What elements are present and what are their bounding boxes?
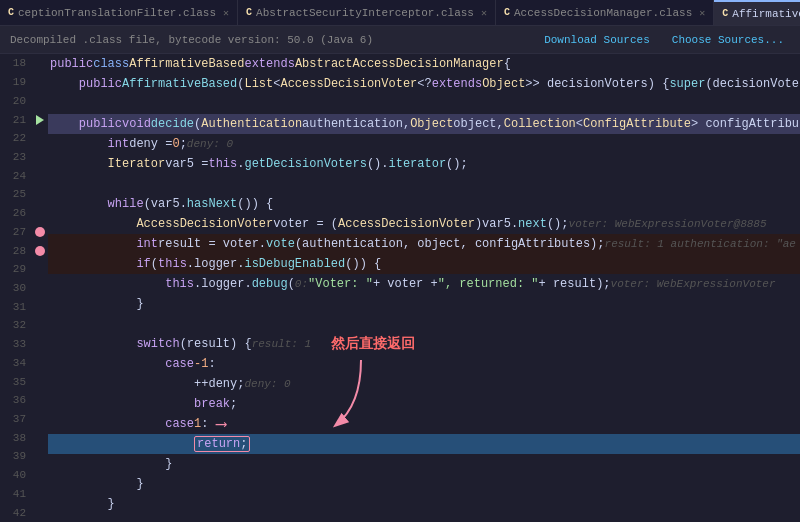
code-token: >> decisionVoters) { (525, 77, 669, 91)
line-num-33: 33 (0, 338, 32, 350)
code-token: AccessDecisionVoter (338, 217, 475, 231)
code-token: Authentication (201, 117, 302, 131)
line-num-31: 31 (0, 301, 32, 313)
code-token: ++deny; (194, 377, 244, 391)
code-token: this (158, 257, 187, 271)
gutter-row-27: 27 (0, 222, 48, 241)
code-token: Collection (504, 117, 576, 131)
line-num-27: 27 (0, 226, 32, 238)
info-bar-actions: Download Sources Choose Sources... (538, 32, 790, 48)
code-token: getDecisionVoters (244, 157, 366, 171)
code-token: var5 = (165, 157, 208, 171)
gutter-row-39: 39 (0, 447, 48, 466)
tab-close-3[interactable]: ✕ (699, 7, 705, 19)
line-num-25: 25 (0, 188, 32, 200)
code-token: (). (367, 157, 389, 171)
gutter-row-42: 42 (0, 503, 48, 522)
line-num-41: 41 (0, 488, 32, 500)
code-token: AbstractAccessDecisionManager (295, 57, 504, 71)
gutter-row-41: 41 (0, 485, 48, 504)
code-line-19: public AffirmativeBased(List<AccessDecis… (48, 74, 800, 94)
breakpoint-icon-27 (35, 227, 45, 237)
code-token: AccessDecisionVoter (280, 77, 417, 91)
code-token: case (165, 357, 194, 371)
gutter-row-25: 25 (0, 185, 48, 204)
code-token: object, (453, 117, 503, 131)
code-line-18: public class AffirmativeBased extends Ab… (48, 54, 800, 74)
code-scroll-area[interactable]: public class AffirmativeBased extends Ab… (48, 54, 800, 522)
red-right-arrow: ⟶ (216, 414, 226, 434)
code-token (50, 437, 194, 451)
code-token: deny: 0 (187, 138, 233, 150)
code-token: isDebugEnabled (244, 257, 345, 271)
code-line-36: case 1: ⟶ (48, 414, 800, 434)
code-token: (authentication, object, configAttribute… (295, 237, 605, 251)
code-token: Object (410, 117, 453, 131)
line-num-23: 23 (0, 151, 32, 163)
tab-close-1[interactable]: ✕ (223, 7, 229, 19)
code-token: < (273, 77, 280, 91)
download-sources-button[interactable]: Download Sources (538, 32, 656, 48)
code-token (50, 357, 165, 371)
chinese-annotation: 然后直接返回 (331, 335, 415, 351)
line-num-37: 37 (0, 413, 32, 425)
code-line-31 (48, 314, 800, 334)
code-token: AccessDecisionVoter (136, 217, 273, 231)
code-line-35: break; (48, 394, 800, 414)
gutter-row-24: 24 (0, 166, 48, 185)
code-token: ConfigAttribute (583, 117, 691, 131)
code-token: } (50, 477, 144, 491)
tab-1[interactable]: C ceptionTranslationFilter.class ✕ (0, 0, 238, 26)
code-token: class (93, 57, 129, 71)
gutter-row-32: 32 (0, 316, 48, 335)
code-token: ( (288, 277, 295, 291)
gutter-icon-28 (32, 246, 48, 256)
gutter-icon-21 (32, 115, 48, 125)
choose-sources-button[interactable]: Choose Sources... (666, 32, 790, 48)
gutter-row-31: 31 (0, 297, 48, 316)
code-token: int (136, 237, 158, 251)
tab-icon-2: C (246, 7, 252, 18)
code-line-33: case -1: (48, 354, 800, 374)
code-token: ( (194, 117, 201, 131)
tab-label-3: AccessDecisionManager.class (514, 7, 692, 19)
code-editor: 18 19 20 21 22 23 (0, 54, 800, 522)
code-token: debug (252, 277, 288, 291)
code-token: (result) { (180, 337, 252, 351)
code-line-38: } (48, 454, 800, 474)
gutter-row-28: 28 (0, 241, 48, 260)
code-token: case (165, 417, 194, 431)
code-line-26: AccessDecisionVoter voter = (AccessDecis… (48, 214, 800, 234)
line-num-19: 19 (0, 76, 32, 88)
code-token: voter = ( (273, 217, 338, 231)
code-token: Iterator (108, 157, 166, 171)
code-line-30: } (48, 294, 800, 314)
code-line-41 (48, 514, 800, 522)
code-token (50, 117, 79, 131)
code-line-34: ++deny; deny: 0 (48, 374, 800, 394)
code-token: 1 (194, 417, 201, 431)
code-token: (); (446, 157, 468, 171)
code-token (50, 197, 108, 211)
code-token: } (50, 457, 172, 471)
tab-close-2[interactable]: ✕ (481, 7, 487, 19)
code-token (50, 157, 108, 171)
info-bar: Decompiled .class file, bytecode version… (0, 26, 800, 54)
tab-4[interactable]: C AffirmativeBased.class ✕ (714, 0, 800, 26)
code-token: result: 1 (252, 338, 311, 350)
tab-2[interactable]: C AbstractSecurityInterceptor.class ✕ (238, 0, 496, 26)
code-line-27: int result = voter.vote(authentication, … (48, 234, 800, 254)
code-token: (decisionVoters (705, 77, 800, 91)
line-num-28: 28 (0, 245, 32, 257)
gutter-row-37: 37 (0, 410, 48, 429)
code-token: Object (482, 77, 525, 91)
code-token: if (136, 257, 150, 271)
return-statement: return; (194, 436, 250, 452)
gutter-row-21: 21 (0, 110, 48, 129)
line-num-22: 22 (0, 132, 32, 144)
tab-3[interactable]: C AccessDecisionManager.class ✕ (496, 0, 714, 26)
code-token: 0: (295, 278, 308, 290)
tab-icon-1: C (8, 7, 14, 18)
line-num-30: 30 (0, 282, 32, 294)
code-token: < (576, 117, 583, 131)
